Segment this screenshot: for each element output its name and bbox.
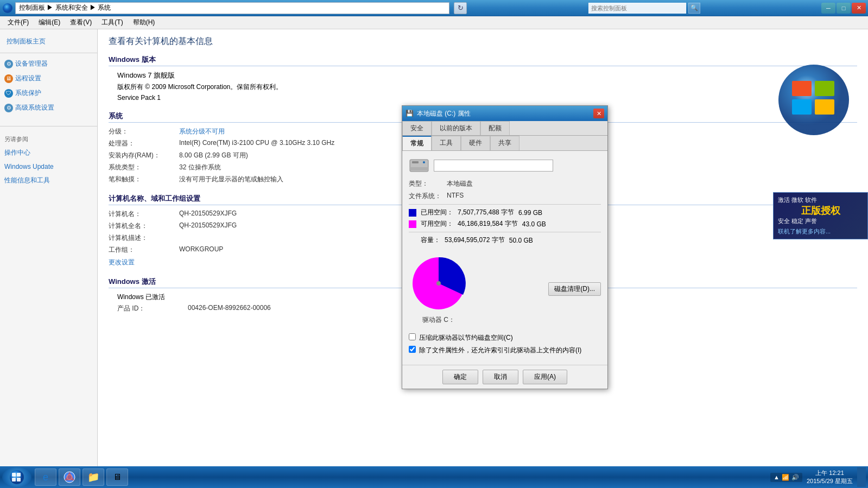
menu-file[interactable]: 文件(F) [3, 17, 33, 28]
breadcrumb: 控制面板 ▶ 系统和安全 ▶ 系统 [19, 3, 111, 12]
dialog-tab-share[interactable]: 共享 [490, 136, 519, 150]
volume-icon[interactable]: 🔊 [791, 474, 799, 481]
dialog-tabs-row2: 常规 工具 硬件 共享 [402, 136, 607, 151]
computer-desc-label: 计算机描述： [109, 233, 179, 243]
performance-label: 性能信息和工具 [4, 176, 50, 185]
refresh-button[interactable]: ↻ [454, 2, 467, 14]
clock-area[interactable]: 上午 12:21 2015/5/29 星期五 [807, 469, 853, 485]
start-button[interactable] [2, 467, 31, 487]
maximize-button[interactable]: □ [837, 3, 851, 14]
sidebar-item-advanced[interactable]: ⚙ 高级系统设置 [0, 100, 97, 115]
local-disk-icon [409, 157, 429, 174]
menu-help[interactable]: 帮助(H) [129, 17, 160, 28]
ie-icon: e [43, 472, 48, 483]
windows-edition: Windows 7 旗舰版 [117, 71, 857, 80]
also-see-title: 另请参阅 [0, 130, 97, 145]
change-settings-text[interactable]: 更改设置 [109, 258, 135, 266]
start-orb-icon [9, 470, 24, 485]
apply-button[interactable]: 应用(A) [523, 370, 567, 384]
taskbar-chrome-button[interactable] [59, 468, 80, 486]
sidebar: 控制面板主页 ⚙ 设备管理器 🖥 远程设置 🛡 系统保护 ⚙ 高级系统设置 另请… [0, 29, 98, 466]
system-type-value: 32 位操作系统 [179, 163, 221, 172]
compress-checkbox[interactable] [409, 333, 416, 340]
sidebar-item-device-manager-label: 设备管理器 [15, 59, 48, 68]
dialog-tab-previous[interactable]: 以前的版本 [432, 121, 480, 135]
dialog-close-button[interactable]: ✕ [593, 109, 604, 118]
show-desktop-button[interactable] [857, 467, 866, 487]
window-controls: ─ □ ✕ [821, 3, 866, 14]
workgroup-value: WORKGROUP [179, 245, 223, 255]
minimize-button[interactable]: ─ [821, 3, 835, 14]
type-value: 本地磁盘 [447, 179, 473, 188]
sidebar-item-remote-label: 远程设置 [15, 74, 41, 83]
type-label: 类型： [409, 179, 447, 188]
index-checkbox-row: 除了文件属性外，还允许索引引此驱动器上文件的内容(I) [409, 346, 601, 355]
address-bar[interactable]: 控制面板 ▶ 系统和安全 ▶ 系统 [15, 2, 449, 14]
used-space-row: 已用空间： 7,507,775,488 字节 6.99 GB [409, 208, 601, 217]
pie-chart-area: 驱动器 C： [409, 253, 468, 325]
dialog-drive-icon-small: 💾 [406, 110, 414, 117]
filesystem-value: NTFS [447, 192, 464, 201]
used-bytes: 7,507,775,488 字节 [458, 208, 514, 217]
drive-name-input[interactable] [434, 160, 553, 172]
search-button[interactable]: 🔍 [688, 3, 700, 14]
svg-rect-9 [410, 167, 428, 170]
sidebar-item-action-center[interactable]: 操作中心 [0, 145, 97, 160]
close-button[interactable]: ✕ [852, 3, 866, 14]
sidebar-item-protection[interactable]: 🛡 系统保护 [0, 86, 97, 100]
pen-value: 没有可用于此显示器的笔或触控输入 [179, 175, 283, 184]
product-id-label: 产品 ID： [117, 304, 188, 313]
dialog-footer: 确定 取消 应用(A) [402, 365, 607, 389]
sidebar-item-device-manager[interactable]: ⚙ 设备管理器 [0, 56, 97, 71]
tray-arrow[interactable]: ▲ [774, 474, 780, 480]
ram-label: 安装内存(RAM)： [109, 151, 179, 160]
svg-point-0 [3, 3, 12, 13]
disk-clean-button[interactable]: 磁盘清理(D)... [548, 282, 601, 296]
taskbar-rdp-button[interactable]: 🖥 [106, 468, 128, 486]
dialog-tab-security[interactable]: 安全 [402, 121, 432, 135]
checkbox-area: 压缩此驱动器以节约磁盘空间(C) 除了文件属性外，还允许索引引此驱动器上文件的内… [409, 333, 601, 355]
svg-rect-3 [815, 81, 834, 96]
free-color-box [409, 220, 416, 228]
disk-properties-dialog: 💾 本地磁盘 (C:) 属性 ✕ 安全 以前的版本 配额 常规 工具 硬件 共享 [402, 105, 608, 389]
sidebar-item-performance[interactable]: 性能信息和工具 [0, 173, 97, 188]
clock-time: 上午 12:21 [807, 469, 853, 477]
computer-name-value: QH-20150529XJFG [179, 210, 237, 219]
index-label: 除了文件属性外，还允许索引引此驱动器上文件的内容(I) [419, 346, 581, 355]
svg-point-11 [436, 281, 441, 286]
clock-date: 2015/5/29 星期五 [807, 477, 853, 485]
svg-rect-16 [17, 478, 21, 481]
ok-button[interactable]: 确定 [442, 370, 478, 384]
sidebar-item-protection-label: 系统保护 [15, 88, 41, 98]
sidebar-home[interactable]: 控制面板主页 [0, 34, 97, 49]
filesystem-field: 文件系统： NTFS [409, 192, 601, 201]
dialog-drive-icon-area [409, 157, 601, 174]
compress-label: 压缩此驱动器以节约磁盘空间(C) [419, 333, 513, 343]
device-manager-icon: ⚙ [4, 60, 13, 68]
total-gb: 50.0 GB [509, 237, 533, 244]
windows-version-section: Windows 版本 Windows 7 旗舰版 版权所有 © 2009 Mic… [109, 55, 857, 102]
dialog-tab-quota[interactable]: 配额 [480, 121, 510, 135]
svg-rect-15 [12, 478, 16, 481]
rating-value[interactable]: 系统分级不可用 [179, 127, 225, 136]
dialog-tab-hardware[interactable]: 硬件 [461, 136, 490, 150]
windows-logo [776, 62, 852, 138]
computer-name-label: 计算机名： [109, 210, 179, 219]
sidebar-item-windows-update[interactable]: Windows Update [0, 160, 97, 173]
taskbar-explorer-button[interactable]: 📁 [83, 468, 104, 486]
index-checkbox[interactable] [409, 346, 416, 353]
sidebar-item-remote[interactable]: 🖥 远程设置 [0, 71, 97, 86]
menu-edit[interactable]: 编辑(E) [34, 17, 65, 28]
menu-view[interactable]: 查看(V) [66, 17, 96, 28]
dialog-title-text: 💾 本地磁盘 (C:) 属性 [406, 109, 471, 118]
search-input[interactable] [588, 3, 686, 14]
taskbar-ie-button[interactable]: e [35, 468, 56, 486]
dialog-tab-general[interactable]: 常规 [402, 136, 432, 150]
cancel-button[interactable]: 取消 [483, 370, 518, 384]
svg-rect-14 [17, 473, 21, 477]
menu-tools[interactable]: 工具(T) [97, 17, 127, 28]
svg-point-8 [423, 161, 425, 163]
content-area: 查看有关计算机的基本信息 Windows 版本 Windows 7 旗舰版 版权… [98, 29, 868, 466]
dialog-title-label: 本地磁盘 (C:) 属性 [417, 109, 471, 118]
dialog-tab-tools[interactable]: 工具 [432, 136, 461, 150]
